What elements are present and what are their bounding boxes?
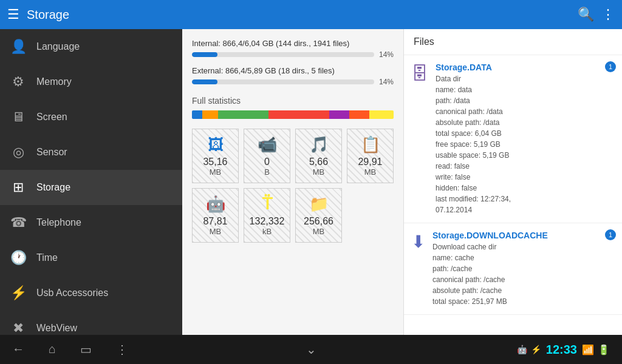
sidebar-icon-time: 🕐 <box>10 250 27 266</box>
stat-cell-2: 🎵 5,66 MB <box>295 129 342 183</box>
file-badge-downloadcache: 1 <box>605 229 616 240</box>
nav-right: 🤖 ⚡ 12:33 📶 🔋 <box>517 343 610 357</box>
stat-value-4: 87,81 <box>203 216 227 227</box>
back-button[interactable]: ← <box>12 342 24 357</box>
stats-bar-segment <box>192 110 202 119</box>
recent-button[interactable]: ▭ <box>80 342 92 357</box>
stat-cell-3: 📋 29,91 MB <box>347 129 394 183</box>
content-area: Internal: 866,4/6,04 GB (144 dirs., 1941… <box>182 29 403 364</box>
usb-icon: ⚡ <box>531 345 541 354</box>
stats-bar <box>192 110 394 119</box>
stat-cell-1: 📹 0 B <box>244 129 290 183</box>
signal-icon: 📶 <box>582 344 594 356</box>
sidebar-icon-memory: ⚙ <box>10 74 27 90</box>
external-storage-label: External: 866,4/5,89 GB (18 dirs., 5 fil… <box>192 66 394 75</box>
sidebar-item-language[interactable]: 👤 Language <box>0 29 182 64</box>
stat-unit-3: MB <box>364 167 377 177</box>
file-icon-downloadcache: ⬇ <box>411 232 425 252</box>
file-item-data[interactable]: 🗄 Storage.DATA Data dirname: datapath: /… <box>404 55 622 223</box>
search-icon[interactable]: 🔍 <box>578 7 594 22</box>
sidebar-item-screen[interactable]: 🖥 Screen <box>0 99 182 135</box>
sidebar-item-storage[interactable]: ⊞ Storage <box>0 170 182 205</box>
sidebar-icon-storage: ⊞ <box>10 180 27 195</box>
more-icon[interactable]: ⋮ <box>601 7 615 22</box>
files-panel: Files 🗄 Storage.DATA Data dirname: datap… <box>403 29 622 364</box>
sidebar-icon-sensor: ◎ <box>10 144 27 160</box>
sidebar-item-sensor[interactable]: ◎ Sensor <box>0 135 182 170</box>
sidebar-label-screen: Screen <box>36 112 67 123</box>
more-button[interactable]: ⋮ <box>116 342 128 357</box>
file-title-data: Storage.DATA <box>436 62 615 72</box>
file-badge-data: 1 <box>605 61 616 72</box>
sidebar-icon-webview: ✖ <box>10 320 27 336</box>
file-content-downloadcache: Storage.DOWNLOADCACHE Download cache dir… <box>432 231 615 307</box>
sidebar-label-usb: Usb Accessories <box>36 288 108 298</box>
stats-grid: 🖼 35,16 MB 📹 0 B 🎵 5,66 MB 📋 29,91 MB 🤖 … <box>192 129 394 243</box>
home-button[interactable]: ⌂ <box>49 342 56 357</box>
stat-unit-6: MB <box>313 227 325 236</box>
stat-value-0: 35,16 <box>203 157 227 167</box>
stats-bar-segment <box>268 110 329 119</box>
stat-value-6: 256,66 <box>304 216 333 227</box>
clock: 12:33 <box>546 343 577 357</box>
stat-unit-0: MB <box>210 167 222 177</box>
file-desc-data: Data dirname: datapath: /datacanonical p… <box>436 73 615 215</box>
android-icon: 🤖 <box>517 345 527 354</box>
nav-left: ← ⌂ ▭ ⋮ <box>12 342 128 357</box>
file-content-data: Storage.DATA Data dirname: datapath: /da… <box>436 62 615 215</box>
sidebar-item-usb[interactable]: ⚡ Usb Accessories <box>0 275 182 311</box>
external-percent: 14% <box>379 78 394 86</box>
main-layout: 👤 Language ⚙ Memory 🖥 Screen ◎ Sensor ⊞ … <box>0 29 622 364</box>
sidebar-icon-usb: ⚡ <box>10 285 27 301</box>
stat-cell-6: 📁 256,66 MB <box>295 188 342 243</box>
sidebar-item-memory[interactable]: ⚙ Memory <box>0 64 182 99</box>
stat-cell-5: T̈ 132,332 kB <box>244 188 290 243</box>
sidebar-label-memory: Memory <box>36 76 72 87</box>
full-stats-label: Full statistics <box>192 96 394 106</box>
stats-bar-segment <box>202 110 219 119</box>
sidebar-label-sensor: Sensor <box>36 147 67 158</box>
file-icon-data: 🗄 <box>411 64 428 84</box>
sidebar-icon-screen: 🖥 <box>10 109 27 125</box>
stat-unit-5: kB <box>262 227 272 236</box>
stat-value-2: 5,66 <box>309 157 328 167</box>
top-bar: ☰ Storage 🔍 ⋮ <box>0 0 622 29</box>
stats-bar-segment <box>218 110 268 119</box>
down-icon[interactable]: ⌄ <box>306 343 316 356</box>
stat-unit-4: MB <box>210 227 222 236</box>
files-list: 🗄 Storage.DATA Data dirname: datapath: /… <box>404 55 622 315</box>
bottom-nav: ← ⌂ ▭ ⋮ ⌄ 🤖 ⚡ 12:33 📶 🔋 <box>0 335 622 364</box>
nav-center: ⌄ <box>306 342 316 357</box>
sidebar-icon-telephone: ☎ <box>10 215 27 231</box>
signal-icons: 📶 🔋 <box>582 344 610 356</box>
sidebar-label-webview: WebView <box>36 323 77 334</box>
menu-icon[interactable]: ☰ <box>7 7 19 22</box>
stats-bar-segment <box>329 110 349 119</box>
stat-unit-2: MB <box>313 167 325 177</box>
sidebar-item-telephone[interactable]: ☎ Telephone <box>0 205 182 240</box>
status-icons: 🤖 ⚡ <box>517 345 541 354</box>
stat-unit-1: B <box>264 167 270 177</box>
stat-value-1: 0 <box>264 157 270 167</box>
sidebar-label-telephone: Telephone <box>36 217 81 228</box>
sidebar: 👤 Language ⚙ Memory 🖥 Screen ◎ Sensor ⊞ … <box>0 29 182 364</box>
file-item-downloadcache[interactable]: ⬇ Storage.DOWNLOADCACHE Download cache d… <box>404 223 622 315</box>
stat-cell-0: 🖼 35,16 MB <box>192 129 239 183</box>
app-title: Storage <box>27 8 570 22</box>
internal-percent: 14% <box>379 50 394 59</box>
file-desc-downloadcache: Download cache dirname: cachepath: /cach… <box>432 241 615 307</box>
battery-icon: 🔋 <box>598 344 610 356</box>
sidebar-label-storage: Storage <box>36 182 70 193</box>
sidebar-icon-language: 👤 <box>10 39 27 55</box>
file-title-downloadcache: Storage.DOWNLOADCACHE <box>432 231 615 240</box>
sidebar-item-time[interactable]: 🕐 Time <box>0 240 182 275</box>
internal-storage-label: Internal: 866,4/6,04 GB (144 dirs., 1941… <box>192 39 394 48</box>
stats-bar-segment <box>369 110 394 119</box>
stat-cell-4: 🤖 87,81 MB <box>192 188 239 243</box>
files-header: Files <box>404 29 622 55</box>
sidebar-label-time: Time <box>36 252 58 263</box>
stats-bar-segment <box>349 110 369 119</box>
stat-value-5: 132,332 <box>250 216 285 227</box>
stat-value-3: 29,91 <box>358 157 382 167</box>
sidebar-label-language: Language <box>36 41 80 52</box>
